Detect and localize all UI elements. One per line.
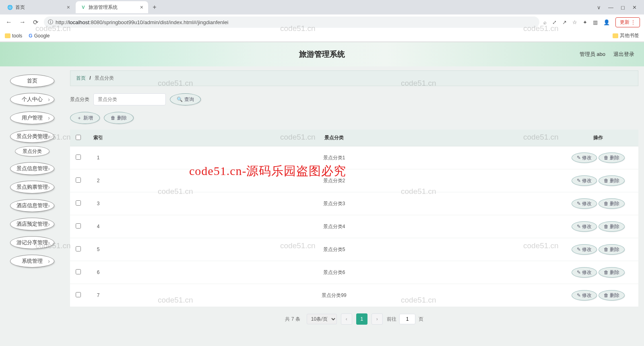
sidebar-item[interactable]: 景点购票管理 bbox=[10, 181, 54, 194]
delete-row-button[interactable]: 🗑 删除 bbox=[599, 267, 625, 278]
translate-icon[interactable]: ⤢ bbox=[552, 19, 557, 25]
edit-button[interactable]: ✎ 修改 bbox=[572, 198, 597, 209]
sidebar-item[interactable]: 首页 bbox=[10, 74, 54, 87]
sidebar-item[interactable]: 系统管理 bbox=[10, 255, 54, 268]
prev-page-button[interactable]: ‹ bbox=[341, 313, 352, 325]
search-row: 景点分类 🔍 查询 bbox=[70, 93, 638, 105]
breadcrumb-current: 景点分类 bbox=[95, 75, 114, 81]
delete-row-button[interactable]: 🗑 删除 bbox=[599, 290, 625, 301]
user-label[interactable]: 管理员 abo bbox=[580, 51, 605, 58]
bookmarks-bar: tools GGoogle 其他书签 bbox=[0, 30, 644, 42]
row-category: 景点分类3 bbox=[110, 192, 558, 215]
browser-tab-home[interactable]: 🌐 首页 × bbox=[2, 1, 75, 13]
next-page-button[interactable]: › bbox=[372, 313, 383, 325]
row-category: 景点分类6 bbox=[110, 261, 558, 284]
vue-icon: V bbox=[80, 4, 86, 10]
new-tab-button[interactable]: + bbox=[149, 2, 160, 13]
sidebar-item[interactable]: 酒店信息管理 bbox=[10, 199, 54, 212]
row-index: 3 bbox=[86, 192, 110, 215]
pagination: 共 7 条 10条/页 ‹ 1 › 前往 页 bbox=[70, 307, 638, 331]
page-jump: 前往 页 bbox=[387, 314, 423, 324]
edit-button[interactable]: ✎ 修改 bbox=[572, 221, 597, 232]
search-input[interactable] bbox=[93, 93, 166, 105]
page-size-select[interactable]: 10条/页 bbox=[307, 314, 337, 324]
edit-icon: ✎ bbox=[577, 178, 581, 183]
row-checkbox[interactable] bbox=[76, 177, 81, 183]
header-checkbox bbox=[70, 130, 86, 146]
extensions-icon[interactable]: ✦ bbox=[583, 19, 587, 25]
edit-button[interactable]: ✎ 修改 bbox=[572, 175, 597, 186]
edit-button[interactable]: ✎ 修改 bbox=[572, 152, 597, 163]
share-icon[interactable]: ↗ bbox=[562, 19, 567, 25]
sidebar-item[interactable]: 个人中心 bbox=[10, 93, 54, 106]
reload-button[interactable]: ⟳ bbox=[31, 19, 40, 26]
data-table: 索引 景点分类 操作 1景点分类1✎ 修改🗑 删除2景点分类2✎ 修改🗑 删除3… bbox=[70, 130, 638, 307]
bookmark-other[interactable]: 其他书签 bbox=[613, 32, 639, 39]
star-icon[interactable]: ☆ bbox=[572, 19, 577, 25]
row-checkbox[interactable] bbox=[76, 269, 81, 274]
address-bar: ← → ⟳ ⓘ http://localhost:8080/springboot… bbox=[0, 14, 644, 30]
bookmark-google[interactable]: GGoogle bbox=[29, 33, 50, 39]
header-category: 景点分类 bbox=[110, 130, 558, 146]
update-button[interactable]: 更新 ⋮ bbox=[615, 17, 640, 27]
add-button[interactable]: ＋ 新增 bbox=[70, 112, 100, 124]
browser-tab-active[interactable]: V 旅游管理系统 × bbox=[76, 1, 148, 13]
sidebar-item[interactable]: 游记分享管理 bbox=[10, 236, 54, 249]
delete-row-button[interactable]: 🗑 删除 bbox=[599, 152, 625, 163]
edit-button[interactable]: ✎ 修改 bbox=[572, 267, 597, 278]
sidebar-item[interactable]: 景点信息管理 bbox=[10, 162, 54, 175]
search-button[interactable]: 🔍 查询 bbox=[170, 93, 201, 105]
search-icon: 🔍 bbox=[177, 97, 183, 102]
key-icon[interactable]: ⌕ bbox=[543, 19, 547, 25]
page-jump-input[interactable] bbox=[399, 314, 415, 324]
delete-row-button[interactable]: 🗑 删除 bbox=[599, 244, 625, 255]
close-icon[interactable]: × bbox=[140, 4, 143, 10]
chevron-down-icon[interactable]: ∨ bbox=[597, 4, 601, 10]
row-checkbox[interactable] bbox=[76, 200, 81, 206]
row-index: 4 bbox=[86, 215, 110, 238]
logout-button[interactable]: 退出登录 bbox=[613, 51, 634, 58]
profile-icon[interactable]: 👤 bbox=[603, 19, 610, 25]
trash-icon: 🗑 bbox=[604, 292, 609, 298]
row-checkbox[interactable] bbox=[76, 246, 81, 251]
table-row: 1景点分类1✎ 修改🗑 删除 bbox=[70, 146, 638, 169]
breadcrumb-home[interactable]: 首页 bbox=[76, 75, 86, 81]
select-all-checkbox[interactable] bbox=[76, 135, 81, 140]
minimize-icon[interactable]: — bbox=[608, 4, 613, 10]
sidebar-item[interactable]: 酒店预定管理 bbox=[10, 218, 54, 231]
table-row: 5景点分类5✎ 修改🗑 删除 bbox=[70, 238, 638, 261]
back-button[interactable]: ← bbox=[4, 19, 14, 26]
plus-icon: ＋ bbox=[77, 115, 82, 122]
row-index: 7 bbox=[86, 284, 110, 307]
close-icon[interactable]: × bbox=[67, 4, 70, 10]
page-number-current[interactable]: 1 bbox=[356, 313, 367, 325]
delete-button[interactable]: 🗑 删除 bbox=[104, 112, 134, 124]
edit-icon: ✎ bbox=[577, 201, 581, 206]
row-checkbox[interactable] bbox=[76, 223, 81, 229]
edit-button[interactable]: ✎ 修改 bbox=[572, 290, 597, 301]
edit-button[interactable]: ✎ 修改 bbox=[572, 244, 597, 255]
delete-row-button[interactable]: 🗑 删除 bbox=[599, 175, 625, 186]
sidebar-item[interactable]: 用户管理 bbox=[10, 111, 54, 124]
close-window-icon[interactable]: ✕ bbox=[632, 4, 637, 10]
table-row: 4景点分类4✎ 修改🗑 删除 bbox=[70, 215, 638, 238]
forward-button[interactable]: → bbox=[18, 19, 27, 26]
breadcrumb-sep: / bbox=[89, 75, 91, 81]
edit-icon: ✎ bbox=[577, 224, 581, 229]
maximize-icon[interactable]: ◻ bbox=[621, 4, 625, 10]
url-input[interactable]: ⓘ http://localhost:8080/springboot99u10/… bbox=[44, 16, 539, 28]
delete-row-button[interactable]: 🗑 删除 bbox=[599, 198, 625, 209]
sidebar: 首页个人中心用户管理景点分类管理景点分类景点信息管理景点购票管理酒店信息管理酒店… bbox=[0, 66, 64, 346]
trash-icon: 🗑 bbox=[604, 270, 609, 275]
trash-icon: 🗑 bbox=[604, 155, 609, 161]
row-checkbox[interactable] bbox=[76, 154, 81, 160]
bookmark-tools[interactable]: tools bbox=[5, 33, 22, 39]
edit-icon: ✎ bbox=[577, 247, 581, 252]
row-index: 5 bbox=[86, 238, 110, 261]
row-checkbox[interactable] bbox=[76, 292, 81, 297]
sidebar-subitem[interactable]: 景点分类 bbox=[15, 146, 50, 157]
panel-icon[interactable]: ▥ bbox=[593, 19, 598, 25]
sidebar-item[interactable]: 景点分类管理 bbox=[10, 130, 54, 143]
tab-title: 首页 bbox=[15, 4, 25, 11]
delete-row-button[interactable]: 🗑 删除 bbox=[599, 221, 625, 232]
